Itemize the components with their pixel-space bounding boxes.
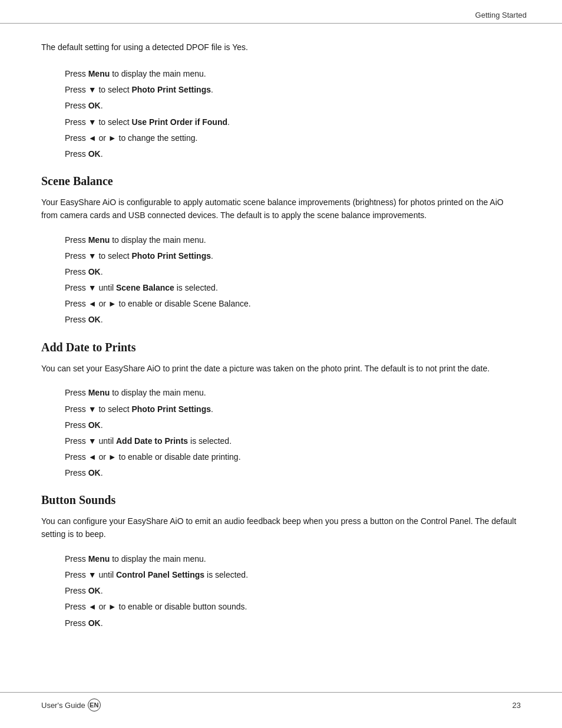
section-heading-button-sounds: Button Sounds bbox=[41, 493, 521, 507]
instruction-line: Press OK. bbox=[65, 466, 521, 480]
dpof-instructions: Press Menu to display the main menu. Pre… bbox=[65, 67, 521, 162]
instruction-line: Press ◄ or ► to enable or disable date p… bbox=[65, 450, 521, 465]
footer-en-badge: EN bbox=[88, 699, 101, 711]
page-footer: User's Guide EN 23 bbox=[0, 692, 562, 711]
section-desc-button-sounds: You can configure your EasyShare AiO to … bbox=[41, 515, 521, 541]
instruction-line: Press ▼ until Add Date to Prints is sele… bbox=[65, 434, 521, 449]
instruction-line: Press ◄ or ► to enable or disable Scene … bbox=[65, 297, 521, 311]
page-header: Getting Started bbox=[0, 0, 562, 24]
add-date-instructions: Press Menu to display the main menu. Pre… bbox=[65, 386, 521, 480]
instruction-line: Press OK. bbox=[65, 312, 521, 327]
header-title: Getting Started bbox=[475, 11, 527, 19]
button-sounds-instructions: Press Menu to display the main menu. Pre… bbox=[65, 552, 521, 631]
instruction-line: Press Menu to display the main menu. bbox=[65, 233, 521, 248]
instruction-line: Press ▼ to select Use Print Order if Fou… bbox=[65, 115, 521, 130]
section-desc-add-date: You can set your EasyShare AiO to print … bbox=[41, 363, 521, 375]
footer-guide-label: User's Guide bbox=[41, 701, 85, 710]
intro-text: The default setting for using a detected… bbox=[41, 41, 521, 54]
instruction-line: Press ◄ or ► to enable or disable button… bbox=[65, 599, 521, 614]
section-desc-scene-balance: Your EasyShare AiO is configurable to ap… bbox=[41, 196, 521, 222]
footer-page-number: 23 bbox=[513, 701, 521, 710]
instruction-line: Press OK. bbox=[65, 616, 521, 631]
main-content: The default setting for using a detected… bbox=[0, 24, 562, 673]
instruction-line: Press ▼ to select Photo Print Settings. bbox=[65, 249, 521, 263]
instruction-line: Press OK. bbox=[65, 265, 521, 279]
section-heading-add-date: Add Date to Prints bbox=[41, 341, 521, 354]
instruction-line: Press Menu to display the main menu. bbox=[65, 67, 521, 81]
instruction-line: Press ◄ or ► to change the setting. bbox=[65, 131, 521, 146]
footer-guide: User's Guide EN bbox=[41, 699, 101, 711]
instruction-line: Press ▼ to select Photo Print Settings. bbox=[65, 402, 521, 417]
scene-balance-instructions: Press Menu to display the main menu. Pre… bbox=[65, 233, 521, 328]
instruction-line: Press Menu to display the main menu. bbox=[65, 386, 521, 400]
instruction-line: Press ▼ until Control Panel Settings is … bbox=[65, 568, 521, 582]
instruction-line: Press OK. bbox=[65, 418, 521, 433]
instruction-line: Press OK. bbox=[65, 147, 521, 162]
instruction-line: Press OK. bbox=[65, 98, 521, 113]
page: Getting Started The default setting for … bbox=[0, 0, 562, 728]
section-heading-scene-balance: Scene Balance bbox=[41, 174, 521, 188]
instruction-line: Press ▼ until Scene Balance is selected. bbox=[65, 281, 521, 295]
instruction-line: Press ▼ to select Photo Print Settings. bbox=[65, 83, 521, 97]
instruction-line: Press Menu to display the main menu. bbox=[65, 552, 521, 566]
instruction-line: Press OK. bbox=[65, 584, 521, 598]
